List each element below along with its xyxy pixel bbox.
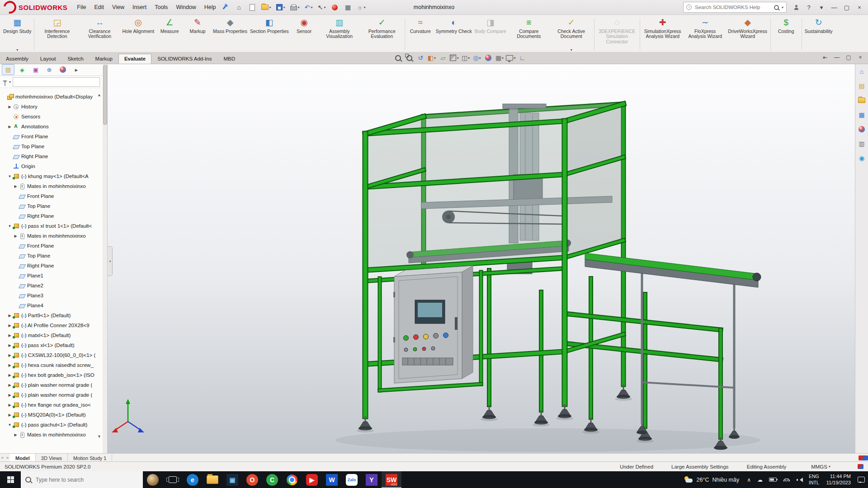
youtube-button[interactable]: ▶ xyxy=(302,471,322,488)
tree-item-top-plane[interactable]: Top Plane xyxy=(0,251,103,261)
options-button-dropdown-icon[interactable]: ▾ xyxy=(363,5,365,9)
tree-item-plain-washer-normal-grade[interactable]: ▶(-) plain washer normal grade ( xyxy=(0,390,103,400)
tree-expand-arrow[interactable]: ▶ xyxy=(7,125,13,129)
solidworks-resources-tab[interactable]: ⌂ xyxy=(857,66,867,76)
tree-item-al-profile-conner-20x28-9[interactable]: ▶(-) Al Profile Conner 20X28<9 xyxy=(0,320,103,330)
solidworks-forum-tab[interactable]: ◉ xyxy=(857,153,867,163)
volume-icon[interactable] xyxy=(793,471,805,488)
taskbar-clock[interactable]: 11:44 PM 11/19/2023 xyxy=(823,474,854,486)
tab-solidworks-add-ins[interactable]: SOLIDWORKS Add-Ins xyxy=(151,54,217,64)
menu-window[interactable]: Window xyxy=(172,2,200,12)
tree-item-mohinhmoixinxo-default-display[interactable]: mohinhmoixinxo (Default<Display xyxy=(0,92,103,102)
help-dropdown-icon[interactable]: ▾ xyxy=(816,2,827,13)
view-settings-button-dropdown-icon[interactable]: ▾ xyxy=(514,56,515,60)
hide-show-items-button-dropdown-icon[interactable]: ▾ xyxy=(479,56,481,60)
tab-markup[interactable]: Markup xyxy=(90,54,118,64)
tree-item-pass-giachut-1-default[interactable]: ▼(-) pass giachut<1> (Default) xyxy=(0,420,103,430)
print-button-dropdown-icon[interactable]: ▾ xyxy=(298,5,300,9)
filter-dropdown-icon[interactable]: ▾ xyxy=(9,80,11,84)
appearances-scenes-tab[interactable] xyxy=(857,124,867,134)
configurationmanager-tab[interactable]: ▣ xyxy=(30,65,42,75)
home-button[interactable]: ⌂ xyxy=(233,3,245,12)
tree-expand-arrow[interactable]: ▶ xyxy=(7,363,13,367)
view-palette-tab[interactable]: ▦ xyxy=(857,110,867,120)
help-button[interactable]: ? xyxy=(803,2,815,13)
coccoc-browser-button[interactable]: C xyxy=(262,471,282,488)
edit-appearance-button[interactable] xyxy=(483,53,493,63)
symmetry-check-button[interactable]: ◐Symmetry Check xyxy=(434,15,473,53)
tree-expand-arrow[interactable]: ▶ xyxy=(13,184,19,188)
tree-expand-arrow[interactable]: ▼ xyxy=(7,423,13,427)
tree-item-right-plane[interactable]: Right Plane xyxy=(0,261,103,271)
panel-tabs-expand[interactable]: ▸ xyxy=(71,65,82,75)
previous-view-button[interactable]: ↺ xyxy=(415,53,425,63)
displaymanager-tab[interactable] xyxy=(57,65,69,75)
save-button[interactable]: ▾ xyxy=(274,3,287,12)
microsoft-store-button[interactable]: ▣ xyxy=(222,471,242,488)
onedrive-icon[interactable]: ☁ xyxy=(754,471,766,488)
tree-item-annotations[interactable]: ▶Annotations xyxy=(0,122,103,131)
network-icon[interactable] xyxy=(780,471,793,488)
markup-button[interactable]: ✎Markup xyxy=(184,15,212,53)
tree-expand-arrow[interactable]: ▼ xyxy=(7,174,13,178)
tree-item-front-plane[interactable]: Front Plane xyxy=(0,131,103,141)
costing-button[interactable]: $Costing xyxy=(772,15,800,53)
tree-scroll-up-icon[interactable]: ▲ xyxy=(97,93,101,97)
propertymanager-tab[interactable]: ◈ xyxy=(16,65,28,75)
search-icon[interactable] xyxy=(774,5,778,9)
hole-alignment-button[interactable]: ◎Hole Alignment xyxy=(121,15,156,53)
undo-button[interactable]: ↶▾ xyxy=(303,3,315,12)
tree-expand-arrow[interactable]: ▶ xyxy=(7,333,13,338)
tree-item-part9-1-default[interactable]: ▶(-) Part9<1> (Default) xyxy=(0,310,103,320)
doc-close-button[interactable]: × xyxy=(855,53,865,62)
notification-center-button[interactable] xyxy=(854,471,868,488)
taskbar-search[interactable] xyxy=(21,471,143,488)
tree-item-plane3[interactable]: Plane3 xyxy=(0,291,103,300)
assembly-visualization-button[interactable]: ▥Assembly Visualization xyxy=(318,15,361,53)
tree-scrollbar-thumb[interactable] xyxy=(103,65,107,125)
tree-scrollbar[interactable] xyxy=(103,64,108,454)
units-dropdown-icon[interactable]: ▾ xyxy=(829,465,830,469)
tree-item-plane1[interactable]: Plane1 xyxy=(0,271,103,281)
tree-item-origin[interactable]: Origin xyxy=(0,161,103,171)
clearance-verification-button[interactable]: ↔Clearance Verification xyxy=(78,15,121,53)
tree-expand-arrow[interactable]: ▶ xyxy=(13,433,19,437)
file-explorer-tab[interactable] xyxy=(857,95,867,105)
tab-assembly[interactable]: Assembly xyxy=(0,54,34,64)
select-tool-button[interactable]: ↖▾ xyxy=(316,3,328,12)
tree-expand-arrow[interactable]: ▶ xyxy=(7,324,13,328)
design-study-dropdown-icon[interactable]: ▾ xyxy=(16,48,18,52)
tree-expand-arrow[interactable]: ▶ xyxy=(7,343,13,347)
tree-item-history[interactable]: ▶History xyxy=(0,102,103,112)
hide-show-items-button[interactable]: ◎▾ xyxy=(472,53,482,63)
user-account-icon[interactable] xyxy=(790,2,802,13)
zoom-to-area-button[interactable] xyxy=(404,53,414,63)
tree-item-pass-xl-1-default[interactable]: ▶(-) pass xl<1> (Default) xyxy=(0,340,103,350)
tree-item-plane4[interactable]: Plane4 xyxy=(0,300,103,310)
dynamic-annotation-button[interactable]: ▱ xyxy=(438,53,448,63)
orientation-axes-button[interactable]: ∟ xyxy=(517,53,527,63)
tree-expand-arrow[interactable]: ▶ xyxy=(7,373,13,377)
taskbar-search-input[interactable] xyxy=(35,476,138,483)
tree-item-hex-flange-nut-gradea-iso[interactable]: ▶(-) hex flange nut gradea_iso< xyxy=(0,400,103,410)
filter-funnel-icon[interactable] xyxy=(3,80,7,83)
tree-expand-arrow[interactable]: ▶ xyxy=(7,383,13,387)
menu-file[interactable]: File xyxy=(73,2,90,12)
tree-expand-arrow[interactable]: ▶ xyxy=(7,403,13,407)
tree-scroll-down-icon[interactable]: ▼ xyxy=(97,434,101,439)
tree-item-hex-bolt-gradeb-iso-1-iso[interactable]: ▶(-) hex bolt gradeb_iso<1> (ISO xyxy=(0,370,103,380)
tabs-scroll-left-icon[interactable]: « xyxy=(0,455,5,460)
apply-scene-button-dropdown-icon[interactable]: ▾ xyxy=(502,56,504,60)
floxpress-analysis-wizard-button[interactable]: ∼FloXpress Analysis Wizard xyxy=(684,15,726,53)
driveworksxpress-wizard-button[interactable]: ◆DriveWorksXpress Wizard xyxy=(726,15,769,53)
tree-item-mates-in-mohinhmoixinxo[interactable]: ▶Mates in mohinhmoixinxo xyxy=(0,430,103,440)
control-cabinet[interactable] xyxy=(393,266,473,383)
featuremanager-tab[interactable]: ▤ xyxy=(2,64,14,75)
view-orientation-button[interactable]: ▾ xyxy=(449,53,459,63)
assembly-3d-view[interactable] xyxy=(107,64,855,454)
panel-collapse-handle[interactable]: ◂ xyxy=(108,246,113,276)
tree-item-front-plane[interactable]: Front Plane xyxy=(0,191,103,201)
language-indicator[interactable]: ENG INTL xyxy=(805,474,823,485)
open-document-button-dropdown-icon[interactable]: ▾ xyxy=(269,5,271,9)
tree-item-sensors[interactable]: Sensors xyxy=(0,112,103,122)
